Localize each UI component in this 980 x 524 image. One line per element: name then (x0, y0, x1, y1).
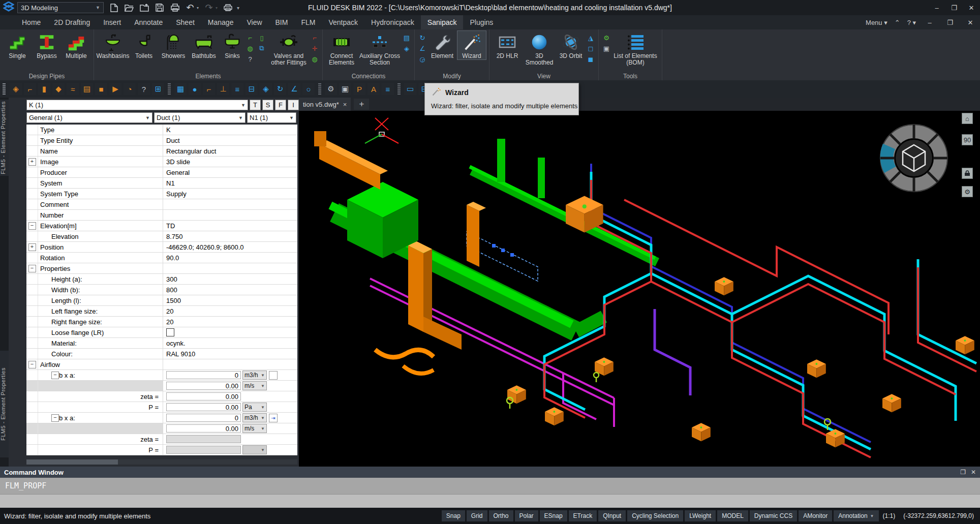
collapse-icon[interactable]: − (51, 372, 59, 379)
solids-cone-small-icon[interactable]: ◮ (586, 33, 595, 42)
command-window-header[interactable]: Command Window ❐ ✕ (0, 467, 980, 478)
airflow-value-field[interactable]: 0.00 (166, 392, 241, 400)
unit-combo[interactable]: m3/h▼ (242, 371, 267, 380)
multiple-button[interactable]: Multiple (62, 31, 90, 59)
collapse-icon[interactable]: − (28, 265, 36, 272)
property-row[interactable]: System TypeSupply (26, 189, 297, 199)
mixed-fitting-tool-icon[interactable]: ◈ (260, 83, 272, 95)
unit-combo[interactable]: m3/h▼ (242, 413, 267, 422)
loose-flange-checkbox[interactable] (166, 328, 174, 336)
help-block-tool-icon[interactable]: ? (138, 83, 150, 95)
nav-gear-button[interactable]: ⚙ (962, 186, 973, 197)
help-menu[interactable]: ? ▾ (907, 19, 916, 26)
status-toggle-grid[interactable]: Grid (467, 510, 487, 521)
collapse-icon[interactable]: − (28, 361, 36, 368)
airflow-row[interactable]: −b x a:0m3/h▼ (26, 370, 297, 381)
type-combo[interactable]: Duct (1)▼ (154, 112, 246, 123)
ribbon-tab-annotate[interactable]: Annotate (128, 15, 169, 29)
single-button[interactable]: Single (3, 31, 32, 59)
status-toggle-model[interactable]: MODEL (717, 510, 748, 521)
ribbon-tab-view[interactable]: View (240, 15, 268, 29)
airflow-row[interactable]: 0.00m/s▼ (26, 423, 297, 434)
undo-caret-icon[interactable]: ▾ (197, 6, 199, 10)
property-row[interactable]: Comment (26, 199, 297, 210)
print-icon[interactable] (170, 3, 180, 13)
airflow-row[interactable]: P =0.00Pa▼ (26, 402, 297, 413)
airflow-value-field[interactable] (166, 446, 241, 454)
status-toggle-amonitor[interactable]: AMonitor (799, 510, 832, 521)
equipment-box[interactable] (956, 336, 974, 354)
command-window-close-icon[interactable]: ✕ (971, 469, 976, 476)
property-row[interactable]: Right flange size:20 (26, 317, 297, 327)
ribbon-tab-flm[interactable]: FLM (294, 15, 322, 29)
ribbon-tab-2d-drafting[interactable]: 2D Drafting (47, 15, 97, 29)
camera-small-icon[interactable]: ▣ (602, 44, 611, 53)
airflow-value-field[interactable]: 0 (166, 414, 241, 422)
equipment-box[interactable] (715, 277, 733, 295)
mdi-close-button[interactable]: ✕ (964, 16, 977, 28)
airflow-value-field[interactable]: 0 (166, 371, 241, 379)
property-row[interactable]: Loose flange (LR) (26, 327, 297, 338)
property-value[interactable]: General (166, 169, 190, 176)
bathtubs-button[interactable]: Bathtubs (189, 31, 219, 59)
3d-orbit-button[interactable]: 3D Orbit (557, 31, 585, 59)
property-value[interactable]: -46629.0; 40260.9; 8600.0 (166, 243, 244, 251)
airflow-value-field[interactable]: 0.00 (166, 403, 241, 411)
ribbon-tab-ventpack[interactable]: Ventpack (322, 15, 364, 29)
flag-p-tool-icon[interactable]: P (353, 83, 365, 95)
wire-cube-small-icon[interactable]: ◻ (586, 44, 595, 53)
property-value[interactable]: RAL 9010 (166, 350, 195, 358)
redo-caret-icon[interactable]: ▾ (216, 6, 218, 10)
property-row[interactable]: TypeK (26, 125, 297, 135)
nav-home-button[interactable]: ⌂ (962, 113, 973, 124)
property-row[interactable]: ProducerGeneral (26, 167, 297, 178)
panel-vertical-tab-top[interactable]: FLM5 - Element Properties (0, 100, 9, 176)
airflow-row[interactable]: zeta =0.00 (26, 391, 297, 402)
connect-elements-button[interactable]: Connect Elements (326, 31, 357, 66)
property-value[interactable]: Duct (166, 137, 180, 144)
equipment-box[interactable] (507, 385, 526, 404)
rotate-tool-icon[interactable]: ↻ (274, 83, 286, 95)
tank-small-icon[interactable]: ◍ (246, 44, 255, 53)
ribbon-tab-manage[interactable]: Manage (201, 15, 240, 29)
status-toggle-dynamic-ccs[interactable]: Dynamic CCS (750, 510, 797, 521)
equipment-box[interactable] (545, 407, 564, 425)
airflow-row[interactable]: zeta = (26, 434, 297, 445)
element-button[interactable]: Element (428, 31, 456, 59)
bom-button[interactable]: List of Elements (BOM) (612, 31, 659, 66)
slide-tool-icon[interactable]: ▶ (109, 83, 121, 95)
hlr-tool-icon[interactable]: ▭ (404, 83, 416, 95)
status-scale[interactable]: (1:1) (879, 512, 900, 519)
property-value[interactable]: Rectangular duct (166, 147, 216, 155)
pipe-small-icon[interactable]: ⌐ (246, 33, 255, 42)
viewport-3d[interactable]: ⌂ 90 ⚙ (299, 111, 980, 467)
property-row[interactable]: Material:ocynk. (26, 338, 297, 349)
unit-combo[interactable]: m/s▼ (242, 381, 267, 390)
solid-cube-small-icon[interactable]: ◼ (586, 54, 595, 64)
minimize-button[interactable]: – (928, 0, 945, 15)
filter-i-button[interactable]: I (288, 100, 299, 110)
washbasins-button[interactable]: Washbasins (97, 31, 129, 59)
copy-tool-icon[interactable]: ⊞ (152, 83, 164, 95)
status-toggle-lweight[interactable]: LWeight (685, 510, 716, 521)
property-value[interactable]: 20 (166, 318, 173, 326)
property-row[interactable]: Length (l):1500 (26, 295, 297, 306)
equipment-box[interactable] (692, 423, 711, 441)
airflow-value-field[interactable]: 0.00 (166, 382, 241, 390)
nav-lock-button[interactable] (962, 168, 973, 179)
tee-orange-tool-icon[interactable]: ⊥ (217, 83, 229, 95)
command-window-restore-icon[interactable]: ❐ (960, 469, 966, 476)
elbow-tool-icon[interactable]: ⌐ (24, 83, 36, 95)
property-value[interactable]: 90.0 (166, 254, 179, 262)
settings-wrench-small-icon[interactable]: ⚙ (602, 33, 611, 42)
ribbon-collapse-icon[interactable]: ⌃ (895, 19, 900, 26)
property-value[interactable]: Supply (166, 190, 187, 198)
sinks-button[interactable]: Sinks (220, 31, 244, 59)
collapse-icon[interactable]: − (28, 222, 36, 230)
status-toggle-cycling-selection[interactable]: Cycling Selection (627, 510, 683, 521)
airflow-row[interactable]: P =▼ (26, 445, 297, 455)
rotate-view-small-icon[interactable]: ↻ (418, 33, 427, 42)
rect-duct-tool-icon[interactable]: ■ (95, 83, 107, 95)
equipment-box[interactable] (826, 429, 845, 447)
panel-vertical-tab-bottom[interactable]: FLM5 - Element Properties (0, 351, 9, 457)
